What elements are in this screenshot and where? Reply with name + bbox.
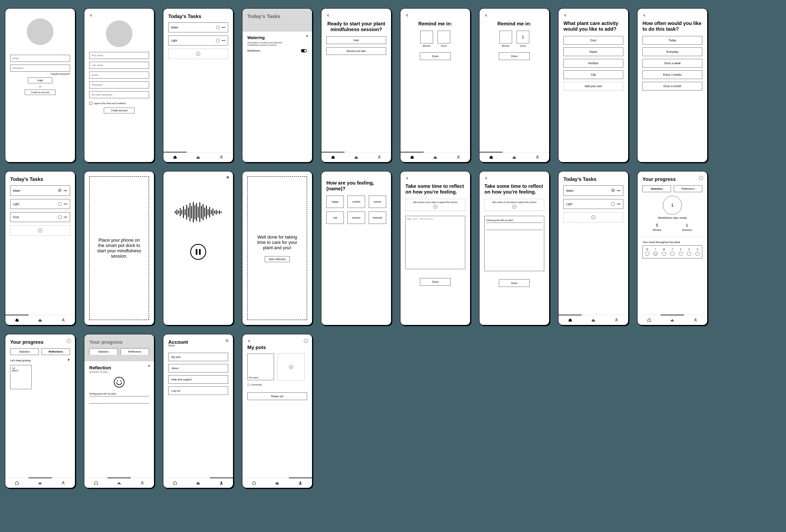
pause-button[interactable]	[190, 244, 206, 260]
feeling-happy[interactable]: happy	[326, 196, 344, 208]
tab-stats[interactable]	[108, 478, 131, 488]
info-icon[interactable]: i	[67, 339, 71, 343]
checkbox-icon[interactable]	[89, 102, 92, 105]
back-icon[interactable]	[89, 14, 93, 18]
option-dust[interactable]: Dust	[563, 36, 623, 45]
tab-stats[interactable]	[265, 478, 289, 488]
email-field[interactable]	[10, 55, 70, 62]
option-repot[interactable]: Repot	[563, 47, 623, 56]
option-once-month[interactable]: Once a month	[643, 82, 702, 91]
last-name-field[interactable]	[89, 62, 149, 69]
more-icon[interactable]: •••	[222, 26, 226, 29]
feeling-stressed[interactable]: stressed	[369, 212, 386, 224]
more-icon[interactable]: •••	[64, 215, 67, 219]
password-field[interactable]	[89, 81, 149, 89]
task-water[interactable]: Water •••	[168, 23, 228, 32]
confirm-password-field[interactable]	[89, 91, 149, 98]
mindfulness-toggle[interactable]	[301, 49, 307, 52]
task-light[interactable]: Light •••	[168, 35, 228, 45]
back-icon[interactable]	[563, 14, 567, 18]
tab-profile[interactable]	[526, 152, 549, 162]
start-button[interactable]: Start	[326, 37, 386, 44]
minutes-input[interactable]	[499, 31, 512, 43]
forgot-password-link[interactable]: Forgotten password?	[10, 73, 70, 75]
create-account-button[interactable]: Create an account	[25, 90, 55, 95]
close-icon[interactable]: ✕	[306, 34, 308, 38]
hours-input[interactable]	[438, 31, 450, 43]
feeling-content[interactable]: content	[347, 196, 365, 208]
more-icon[interactable]: •••	[617, 202, 621, 205]
option-everyday[interactable]: Everyday	[643, 47, 702, 56]
pot-card[interactable]: Pot name	[247, 354, 274, 380]
more-icon[interactable]: •••	[64, 189, 67, 192]
tab-stats[interactable]	[28, 315, 52, 325]
feeling-sad[interactable]: sad	[326, 212, 344, 224]
task-water[interactable]: Water •••	[10, 185, 70, 196]
tab-profile[interactable]	[447, 152, 470, 162]
add-task-button[interactable]: +	[563, 212, 623, 222]
reflection-line-1[interactable]	[486, 218, 542, 223]
row-logout[interactable]: Log out	[168, 387, 228, 395]
tab-profile[interactable]	[684, 315, 707, 325]
filter-icon[interactable]	[67, 359, 70, 362]
feeling-unsure[interactable]: unsure	[369, 196, 386, 208]
minutes-input[interactable]	[420, 31, 433, 43]
reflection-text[interactable]	[89, 391, 149, 396]
row-about[interactable]: About	[168, 364, 228, 372]
tab-home[interactable]	[321, 152, 345, 162]
option-today[interactable]: Today	[643, 36, 702, 45]
tab-stats[interactable]	[503, 152, 526, 162]
add-photo-button[interactable]: Add a photo of your plant to capture thi…	[484, 199, 544, 211]
close-icon[interactable]: ✕	[226, 175, 229, 180]
option-clip[interactable]: Clip	[563, 70, 623, 79]
tab-stats[interactable]	[345, 152, 368, 162]
tab-home[interactable]	[638, 315, 661, 325]
done-button[interactable]: Done	[499, 52, 530, 60]
row-my-pots[interactable]: My pots	[168, 353, 228, 361]
done-button[interactable]: Done	[420, 278, 450, 286]
tab-profile[interactable]	[605, 315, 628, 325]
reflection-textarea[interactable]	[406, 216, 465, 269]
info-icon[interactable]: i	[304, 339, 308, 343]
task-water[interactable]: Water •••	[563, 185, 623, 196]
back-icon[interactable]	[406, 14, 409, 18]
close-icon[interactable]: ✕	[147, 364, 150, 368]
task-light[interactable]: Light •••	[10, 199, 70, 209]
tab-statistics[interactable]: Statistics	[643, 185, 671, 192]
back-icon[interactable]	[643, 14, 646, 18]
task-dust[interactable]: Dust •••	[10, 212, 70, 222]
more-icon[interactable]: •••	[617, 189, 621, 192]
back-icon[interactable]	[484, 176, 488, 181]
back-icon[interactable]	[406, 176, 409, 181]
terms-checkbox-row[interactable]: I agree to the Terms and Conditions	[89, 102, 149, 105]
tab-home[interactable]	[480, 152, 503, 162]
tab-stats[interactable]	[186, 152, 210, 162]
back-icon[interactable]	[326, 14, 330, 18]
gear-icon[interactable]	[225, 339, 229, 343]
done-button[interactable]: Done	[420, 52, 450, 60]
password-field[interactable]	[10, 65, 70, 72]
tab-profile[interactable]	[131, 478, 154, 488]
reflection-text-2[interactable]	[89, 398, 149, 404]
back-icon[interactable]	[247, 339, 251, 344]
row-help[interactable]: Help and support	[168, 375, 228, 384]
first-name-field[interactable]	[89, 52, 149, 59]
tab-home[interactable]	[5, 315, 28, 325]
tab-stats[interactable]	[186, 478, 210, 488]
tab-stats[interactable]	[661, 315, 684, 325]
option-add-own[interactable]: Add your own	[563, 82, 623, 91]
tab-home[interactable]	[163, 152, 186, 162]
remind-later-button[interactable]: Remind me later	[326, 47, 386, 55]
tab-home[interactable]	[242, 478, 265, 488]
hours-input[interactable]: 1	[516, 31, 529, 43]
task-light[interactable]: Light •••	[563, 199, 623, 209]
reflection-line-2[interactable]	[486, 225, 542, 230]
more-icon[interactable]: •••	[64, 202, 67, 205]
tab-home[interactable]	[5, 478, 28, 488]
tab-profile[interactable]	[289, 478, 312, 488]
feeling-anxious[interactable]: anxious	[347, 212, 365, 224]
login-button[interactable]: Login	[28, 77, 52, 83]
tab-stats[interactable]	[582, 315, 605, 325]
reflection-card[interactable]: 1st March	[10, 365, 31, 389]
info-icon[interactable]: i	[699, 176, 703, 180]
